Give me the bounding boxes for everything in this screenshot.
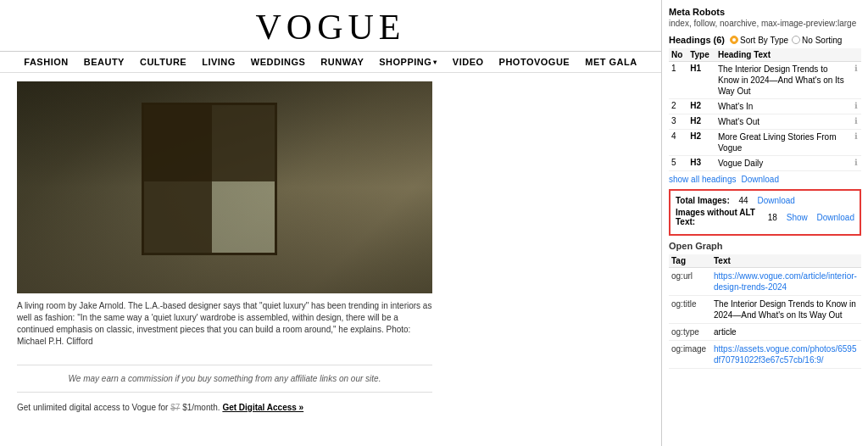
col-type: Type <box>687 48 715 62</box>
headings-title: Headings (6) <box>669 35 725 45</box>
og-row: og:image https://assets.vogue.com/photos… <box>669 341 861 369</box>
og-col-text: Text <box>711 254 861 268</box>
heading-info-icon[interactable]: ℹ <box>852 62 862 99</box>
alt-images-show-link[interactable]: Show <box>787 213 808 222</box>
site-logo[interactable]: VOGUE <box>0 7 661 47</box>
heading-row: 5 H3 Vogue Daily ℹ <box>669 156 861 171</box>
chevron-down-icon: ▾ <box>433 59 437 66</box>
open-graph-section: Open Graph Tag Text og:url https://www.v… <box>669 241 861 369</box>
nav-shopping-label: SHOPPING <box>379 57 431 67</box>
og-text: https://assets.vogue.com/photos/6595df70… <box>711 341 861 369</box>
headings-section: Headings (6) Sort By Type No Sorting No … <box>669 35 861 184</box>
heading-no: 4 <box>669 130 687 156</box>
no-sorting-option[interactable]: No Sorting <box>792 36 842 45</box>
meta-robots-value: index, follow, noarchive, max-image-prev… <box>669 19 861 28</box>
article-image <box>17 81 432 293</box>
heading-info-icon[interactable]: ℹ <box>852 156 862 171</box>
nav-photovogue[interactable]: PHOTOVOGUE <box>499 57 570 67</box>
total-images-row: Total Images: 44 Download <box>676 196 854 205</box>
col-heading-text: Heading Text <box>715 48 852 62</box>
nav-runway[interactable]: RUNWAY <box>320 57 364 67</box>
affiliate-notice: We may earn a commission if you buy some… <box>17 365 432 393</box>
og-row: og:url https://www.vogue.com/article/int… <box>669 268 861 296</box>
headings-header: Headings (6) Sort By Type No Sorting <box>669 35 861 45</box>
headings-download-link[interactable]: Download <box>742 175 779 184</box>
show-all-headings-link[interactable]: show all headings <box>669 175 737 184</box>
og-table: Tag Text og:url https://www.vogue.com/ar… <box>669 254 861 369</box>
total-images-download-link[interactable]: Download <box>757 196 794 205</box>
og-title: Open Graph <box>669 241 861 251</box>
nav-weddings[interactable]: WEDDINGS <box>251 57 306 67</box>
heading-info-icon[interactable]: ℹ <box>852 130 862 156</box>
og-text: The Interior Design Trends to Know in 20… <box>711 296 861 324</box>
og-tag: og:type <box>669 324 711 341</box>
footer-bar: Get unlimited digital access to Vogue fo… <box>17 403 432 412</box>
alt-images-download-link[interactable]: Download <box>817 213 854 222</box>
sort-options: Sort By Type No Sorting <box>730 36 842 45</box>
og-text: article <box>711 324 861 341</box>
sort-by-type-option[interactable]: Sort By Type <box>730 36 788 45</box>
heading-type: H3 <box>687 156 715 171</box>
headings-table: No Type Heading Text 1 H1 The Interior D… <box>669 48 861 171</box>
left-panel: VOGUE FASHION BEAUTY CULTURE LIVING WEDD… <box>0 0 661 446</box>
no-sorting-label: No Sorting <box>802 36 842 45</box>
radio-sort-type-icon <box>730 36 738 44</box>
heading-info-icon[interactable]: ℹ <box>852 99 862 114</box>
alt-images-count: 18 <box>768 213 777 222</box>
col-no: No <box>669 48 687 62</box>
footer-price-strike: $7 <box>170 403 180 412</box>
meta-robots-title: Meta Robots <box>669 7 861 17</box>
images-section: ➔ Total Images: 44 Download Images witho… <box>669 189 861 236</box>
heading-row: 4 H2 More Great Living Stories From Vogu… <box>669 130 861 156</box>
heading-text: What's In <box>715 99 852 114</box>
nav-beauty[interactable]: BEAUTY <box>84 57 125 67</box>
heading-no: 5 <box>669 156 687 171</box>
show-all-row: show all headings Download <box>669 175 861 184</box>
og-tag: og:image <box>669 341 711 369</box>
heading-type: H2 <box>687 114 715 130</box>
alt-images-label: Images without ALT Text: <box>676 208 759 226</box>
heading-row: 2 H2 What's In ℹ <box>669 99 861 114</box>
heading-type: H2 <box>687 130 715 156</box>
og-row: og:type article <box>669 324 861 341</box>
total-images-count: 44 <box>739 196 748 205</box>
nav-fashion[interactable]: FASHION <box>24 57 68 67</box>
heading-info-icon[interactable]: ℹ <box>852 114 862 130</box>
sort-by-type-label: Sort By Type <box>740 36 788 45</box>
heading-row: 3 H2 What's Out ℹ <box>669 114 861 130</box>
heading-text: Vogue Daily <box>715 156 852 171</box>
site-header: VOGUE <box>0 0 661 52</box>
og-col-tag: Tag <box>669 254 711 268</box>
og-link[interactable]: https://assets.vogue.com/photos/6595df70… <box>714 344 856 365</box>
heading-text: More Great Living Stories From Vogue <box>715 130 852 156</box>
nav-culture[interactable]: CULTURE <box>140 57 186 67</box>
footer-text: Get unlimited digital access to Vogue fo… <box>17 403 170 412</box>
og-tag: og:url <box>669 268 711 296</box>
footer-price-new: $1/month. <box>182 403 220 412</box>
heading-type: H2 <box>687 99 715 114</box>
article-caption: A living room by Jake Arnold. The L.A.-b… <box>17 300 432 348</box>
heading-no: 3 <box>669 114 687 130</box>
alt-images-row: Images without ALT Text: 18 Show Downloa… <box>676 208 854 226</box>
nav-living[interactable]: LIVING <box>202 57 236 67</box>
nav-shopping-dropdown[interactable]: SHOPPING ▾ <box>379 57 437 67</box>
radio-no-sort-icon <box>792 36 800 44</box>
site-nav: FASHION BEAUTY CULTURE LIVING WEDDINGS R… <box>0 52 661 73</box>
heading-no: 2 <box>669 99 687 114</box>
right-panel: Meta Robots index, follow, noarchive, ma… <box>661 0 868 446</box>
meta-robots-section: Meta Robots index, follow, noarchive, ma… <box>669 7 861 28</box>
og-row: og:title The Interior Design Trends to K… <box>669 296 861 324</box>
nav-met-gala[interactable]: MET GALA <box>585 57 637 67</box>
heading-no: 1 <box>669 62 687 99</box>
main-content: A living room by Jake Arnold. The L.A.-b… <box>0 73 661 421</box>
total-images-label: Total Images: <box>676 196 730 205</box>
heading-text: The Interior Design Trends to Know in 20… <box>715 62 852 99</box>
og-link[interactable]: https://www.vogue.com/article/interior-d… <box>714 271 857 292</box>
footer-link[interactable]: Get Digital Access » <box>222 403 303 412</box>
nav-video[interactable]: VIDEO <box>453 57 484 67</box>
heading-text: What's Out <box>715 114 852 130</box>
og-tag: og:title <box>669 296 711 324</box>
article-section: A living room by Jake Arnold. The L.A.-b… <box>17 81 644 412</box>
col-action <box>852 48 862 62</box>
og-text: https://www.vogue.com/article/interior-d… <box>711 268 861 296</box>
